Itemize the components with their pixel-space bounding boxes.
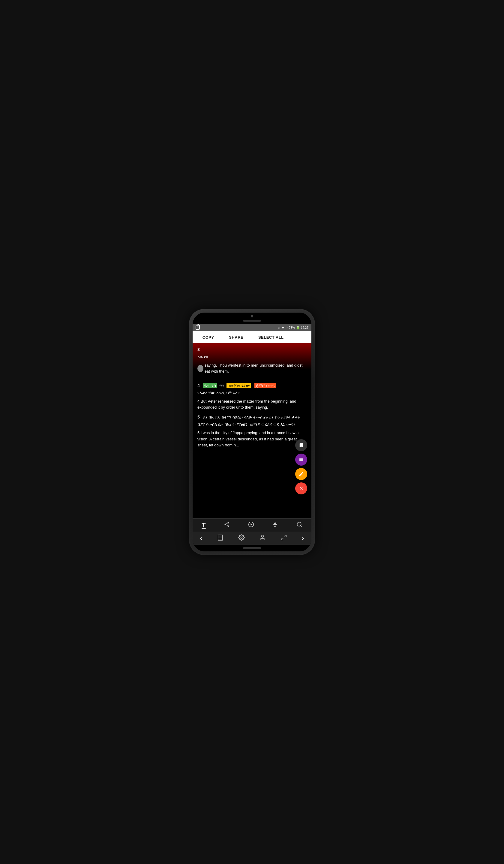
more-options-button[interactable]: ⋮	[296, 333, 304, 342]
speaker-bottom	[243, 547, 261, 549]
bookmark-fab[interactable]	[295, 439, 307, 451]
verse-4-english: 4 But Peter rehearsed the matter from th…	[197, 398, 307, 411]
status-right: ◇ ✱ ↗ 73% 🔋 12:27	[278, 326, 309, 329]
verse-5-ethiopic: 5 እኔ በኢዮጴ ከተማ ሰጸልይ ሳለሁ ተመስጬ ሪኔ ይን አየሁ፤ ታ…	[197, 414, 307, 428]
verse-3-ethiopic: 3 አሉት፡፡	[197, 346, 307, 361]
close-fab[interactable]	[295, 482, 307, 494]
copy-button[interactable]: COPY	[200, 334, 217, 341]
verse-5-english: 5 I was in the city of Joppa praying: an…	[197, 430, 307, 448]
svg-marker-1	[251, 524, 252, 526]
highlight-toolbar-icon[interactable]	[270, 520, 280, 530]
phone-top	[193, 313, 311, 324]
signal-icon: ↗	[285, 326, 288, 329]
svg-line-3	[301, 526, 302, 527]
svg-line-7	[281, 538, 283, 540]
bottom-toolbar: T	[193, 518, 311, 531]
settings-nav-button[interactable]	[238, 534, 245, 542]
share-button[interactable]: SHARE	[227, 334, 246, 341]
time-display: 12:27	[301, 326, 309, 329]
battery-icon: 🔋	[296, 326, 300, 329]
bible-text: 3 አሉት፡፡ saying, Thou wentest in to men u…	[197, 346, 307, 448]
context-menu-bar: COPY SHARE SELECT ALL ⋮	[193, 331, 311, 343]
verse-3-ethiopic-text: አሉት፡፡	[197, 354, 208, 359]
wifi-icon: ◇	[278, 326, 280, 329]
battery-text: 73%	[289, 326, 295, 329]
book-nav-button[interactable]	[217, 534, 224, 542]
phone-screen: ◇ ✱ ↗ 73% 🔋 12:27 COPY SHARE SELECT ALL …	[193, 313, 311, 551]
profile-nav-button[interactable]	[259, 534, 266, 542]
verse-4-ethiopic: 4 ዔጥሮስ ግን ከመጀመሪያው ጀምሮ በተራ ገለጠላቸው እንዲሁም አ…	[197, 382, 307, 397]
verse-5-ethiopic-text: እኔ በኢዮጴ ከተማ ሰጸልይ ሳለሁ ተመስጬ ሪኔ ይን አየሁ፤ ታላቅ…	[197, 415, 300, 427]
svg-line-6	[285, 535, 286, 537]
lock-icon	[195, 325, 200, 330]
content-area: 3 አሉት፡፡ saying, Thou wentest in to men u…	[193, 343, 311, 518]
verse-4-orange-highlight: ጀምሮ በተራ	[254, 383, 276, 388]
bluetooth-icon: ✱	[282, 326, 284, 329]
fab-container	[295, 439, 307, 494]
share-toolbar-icon[interactable]	[221, 520, 232, 530]
selection-handles: saying, Thou wentest in to men uncircumc…	[197, 362, 307, 375]
camera	[251, 315, 253, 317]
select-all-button[interactable]: SELECT ALL	[256, 334, 286, 341]
status-left	[195, 325, 200, 330]
back-nav-button[interactable]: ‹	[200, 534, 202, 542]
select-handle-left	[197, 365, 203, 372]
phone-bottom	[193, 545, 311, 551]
verse-4-ethiopic-post: ገለጠላቸው እንዲሁም አለ፦	[197, 390, 240, 395]
fullscreen-nav-button[interactable]	[280, 534, 287, 542]
svg-point-5	[262, 535, 264, 537]
speaker-top	[243, 320, 261, 322]
verse-4-green-highlight: ዔጥሮስ	[203, 383, 217, 388]
svg-point-2	[297, 522, 301, 526]
verse-4-yellow-highlight: ከመጀመሪያው	[227, 383, 251, 388]
phone-frame: ◇ ✱ ↗ 73% 🔋 12:27 COPY SHARE SELECT ALL …	[189, 309, 315, 555]
edit-fab[interactable]	[295, 468, 307, 480]
play-toolbar-icon[interactable]	[246, 520, 256, 530]
text-format-icon[interactable]: T	[199, 520, 208, 530]
forward-nav-button[interactable]: ›	[302, 534, 304, 542]
verse-3-english: saying, Thou wentest in to men uncircumc…	[205, 362, 307, 375]
status-bar: ◇ ✱ ↗ 73% 🔋 12:27	[193, 324, 311, 331]
svg-point-4	[241, 537, 242, 539]
bottom-nav: ‹	[193, 531, 311, 545]
list-fab[interactable]	[295, 454, 307, 466]
search-toolbar-icon[interactable]	[294, 520, 305, 530]
